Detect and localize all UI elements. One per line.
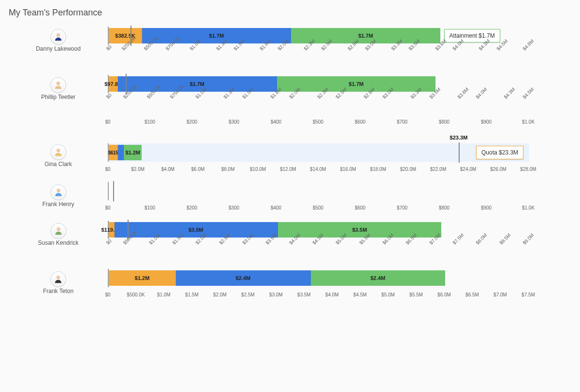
quota-marker (459, 142, 460, 163)
avatar[interactable] (51, 271, 66, 287)
svg-point-0 (57, 33, 60, 37)
person-name: Susan Kendrick (38, 239, 78, 246)
person-row: Danny Lakewood$382.5K$1.7M$1.7MAttainmen… (9, 27, 571, 66)
segment-label: $1.7M (209, 33, 224, 39)
segment-green[interactable]: $2.4M (311, 270, 445, 286)
axis-tick: $200 (187, 119, 197, 125)
axis: $0$100$200$300$400$500$600$700$800$900$1… (108, 204, 528, 212)
axis-tick: $0 (105, 119, 110, 125)
avatar[interactable] (51, 77, 66, 93)
axis-tick: $5.5M (409, 292, 423, 297)
quota-marker (113, 181, 114, 201)
axis-tick: $300 (229, 119, 239, 125)
panel-title: My Team's Performance (9, 8, 571, 18)
axis-tick: $24.0M (460, 167, 476, 172)
segment-orange[interactable]: $97.8K (109, 76, 118, 92)
svg-point-5 (57, 276, 60, 279)
chart-column: $0$100$200$300$400$500$600$700$800$900$1… (108, 182, 528, 212)
axis-tick: $28.0M (520, 167, 536, 172)
segment-orange[interactable]: $615 (109, 145, 118, 160)
axis-tick: $26.0M (490, 167, 506, 172)
segment-orange[interactable]: $382.5K (109, 28, 142, 43)
segment-blue[interactable]: $2.4M (176, 270, 310, 286)
axis-tick: $400 (271, 119, 281, 125)
chart-column: $382.5K$1.7M$1.7MAttainment $1.7M$0$250.… (108, 27, 528, 66)
axis: $0$100$200$300$400$500$600$700$800$900$1… (108, 118, 528, 126)
axis-tick: $1.5M (185, 292, 199, 297)
axis: $0$250.0K$500.0K$750.0K$1.0M$1.3M$1.5M$1… (108, 94, 528, 114)
axis-tick: $300 (229, 205, 239, 210)
avatar[interactable] (51, 144, 66, 160)
axis-tick: $100 (145, 205, 155, 210)
axis-tick: $1.0K (522, 119, 535, 125)
axis-tick: $20.0M (400, 167, 416, 172)
avatar[interactable] (50, 29, 66, 44)
axis-tick: $800 (439, 205, 450, 210)
segment-orange[interactable]: $1.2M (109, 270, 176, 286)
person-name: Danny Lakewood (36, 45, 81, 52)
axis-tick: $2.0M (131, 167, 145, 172)
axis-tick: $2.5M (241, 292, 255, 297)
axis: $0$2.0M$4.0M$6.0M$8.0M$10.0M$12.0M$14.0M… (108, 166, 528, 173)
segment-label: $1.2M (125, 150, 140, 155)
person-name: Gina Clark (44, 161, 72, 168)
person-name: Phillip Teetler (41, 94, 75, 100)
axis-tick: $900 (481, 119, 492, 125)
axis: $0$500.0K$1.0M$1.5M$2.0M$2.5M$3.0M$3.5M$… (108, 240, 528, 260)
axis-tick: $2.0M (213, 292, 227, 297)
chart-column: $1.2M$2.4M$2.4M$0$500.0K$1.0M$1.5M$2.0M$… (108, 269, 528, 299)
tooltip: Attainment $1.7M (444, 29, 500, 42)
segment-green[interactable]: $1.2M (124, 145, 142, 160)
team-performance-panel: My Team's Performance Danny Lakewood$382… (0, 0, 580, 322)
segment-blue[interactable] (118, 145, 124, 160)
axis-tick: $8.0M (221, 167, 235, 172)
axis-tick: $0 (105, 205, 110, 210)
avatar[interactable] (51, 184, 66, 200)
axis-tick: $900 (481, 205, 492, 210)
chart-column: $97.8K$1.7M$1.7M$0$250.0K$500.0K$750.0K$… (108, 75, 528, 126)
segment-label: $1.2M (135, 275, 150, 281)
person-column: Frank Teton (9, 269, 108, 297)
axis-tick: $500 (313, 119, 323, 125)
axis-tick: $0 (105, 167, 110, 172)
axis-tick: $600 (355, 205, 365, 210)
axis-tick: $7.0M (493, 292, 507, 297)
axis-tick: $6.0M (437, 292, 451, 297)
svg-point-4 (57, 227, 60, 231)
axis-tick: $14.0M (310, 167, 326, 172)
segment-label: $1.7M (349, 81, 364, 87)
axis-tick: $18.0M (370, 167, 386, 172)
segment-label: $615 (108, 150, 118, 155)
svg-point-3 (57, 189, 60, 192)
attainment-bar: $1.2M$2.4M$2.4M (108, 269, 529, 287)
segment-label: $1.7M (358, 33, 373, 39)
axis-tick: $800 (439, 119, 450, 125)
axis-tick: $4.5M (353, 292, 367, 297)
tooltip: Quota $23.3M (476, 146, 523, 159)
axis-tick: $700 (397, 205, 407, 210)
attainment-bar: $615$1.2M$23.3MQuota $23.3M (108, 143, 529, 162)
person-name: Frank Teton (43, 288, 73, 294)
person-row: Frank Teton$1.2M$2.4M$2.4M$0$500.0K$1.0M… (9, 269, 571, 299)
person-column: Susan Kendrick (9, 221, 108, 249)
avatar[interactable] (50, 223, 66, 238)
axis-tick: $100 (145, 119, 155, 125)
person-column: Frank Henry (9, 182, 108, 210)
axis-tick: $3.0M (269, 292, 283, 297)
axis-tick: $4.0M (161, 167, 174, 172)
attainment-bar (108, 182, 529, 200)
axis-tick: $4.0M (325, 292, 339, 297)
axis-tick: $6.0M (191, 167, 205, 172)
axis-tick: $16.0M (340, 167, 356, 172)
person-row: Susan Kendrick$119.5K$3.5M$3.5M$0$500.0K… (9, 221, 571, 260)
segment-orange[interactable]: $119.5K (109, 222, 115, 238)
performance-rows: Danny Lakewood$382.5K$1.7M$1.7MAttainmen… (9, 27, 571, 308)
chart-column: $119.5K$3.5M$3.5M$0$500.0K$1.0M$1.5M$2.0… (108, 221, 528, 260)
person-row: Gina Clark$615$1.2M$23.3MQuota $23.3M$0$… (9, 135, 571, 173)
segment-label: $3.5M (352, 227, 367, 233)
axis-tick: $700 (397, 119, 407, 125)
axis-tick: $500 (313, 205, 323, 210)
svg-point-1 (57, 82, 60, 85)
axis: $0$500.0K$1.0M$1.5M$2.0M$2.5M$3.0M$3.5M$… (108, 291, 528, 299)
segment-label: $2.4M (236, 275, 251, 281)
